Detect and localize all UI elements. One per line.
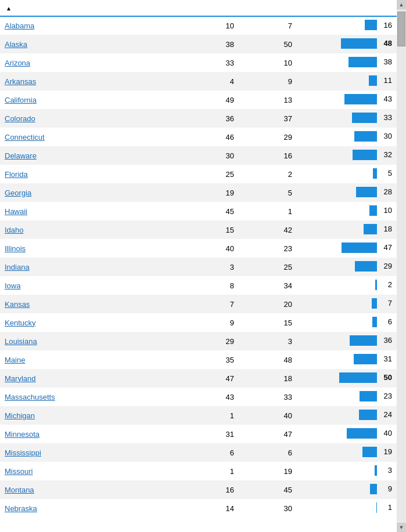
weather-cell: 29 xyxy=(251,128,304,146)
state-cell: Montana xyxy=(0,480,182,499)
table-row: Mississippi 6 6 19 xyxy=(0,443,397,462)
rank-bar-container: 40 xyxy=(347,428,392,439)
state-link[interactable]: Colorado xyxy=(5,114,35,123)
state-cell: Alabama xyxy=(0,16,182,35)
state-link[interactable]: Nebraska xyxy=(5,504,37,513)
rank-bar-container: 18 xyxy=(364,224,392,234)
state-link[interactable]: California xyxy=(5,96,37,104)
state-link[interactable]: Montana xyxy=(5,486,34,494)
weather-header[interactable] xyxy=(251,0,304,16)
state-cell: Florida xyxy=(0,165,182,183)
rank-bar xyxy=(344,94,377,104)
afford-header[interactable] xyxy=(182,0,251,16)
state-link[interactable]: Florida xyxy=(5,170,28,179)
rank-cell: 5 xyxy=(304,165,397,183)
state-cell: Georgia xyxy=(0,183,182,202)
state-link[interactable]: Delaware xyxy=(5,151,37,160)
afford-cell: 16 xyxy=(182,480,251,499)
state-link[interactable]: Louisiana xyxy=(5,337,37,346)
rank-bar-container: 50 xyxy=(339,372,392,383)
rank-cell: 32 xyxy=(304,146,397,165)
state-link[interactable]: Alabama xyxy=(5,21,34,30)
rank-cell: 30 xyxy=(304,128,397,146)
scroll-down-button[interactable]: ▼ xyxy=(397,523,406,532)
rank-number: 7 xyxy=(379,299,392,307)
weather-cell: 30 xyxy=(251,499,304,517)
rank-bar-container: 11 xyxy=(369,75,392,86)
scroll-up-button[interactable]: ▲ xyxy=(397,0,406,9)
table-row: Kentucky 9 15 6 xyxy=(0,313,397,332)
state-link[interactable]: Kentucky xyxy=(5,319,35,327)
rank-cell: 2 xyxy=(304,276,397,295)
rank-cell: 1 xyxy=(304,499,397,517)
table-body: Alabama 10 7 16 Alaska 38 50 48 xyxy=(0,16,397,517)
rank-cell: 28 xyxy=(304,183,397,202)
state-link[interactable]: Iowa xyxy=(5,281,20,290)
state-link[interactable]: Illinois xyxy=(5,244,26,253)
afford-cell: 8 xyxy=(182,276,251,295)
state-link[interactable]: Missouri xyxy=(5,467,33,476)
table-row: Hawaii 45 1 10 xyxy=(0,202,397,220)
state-link[interactable]: Minnesota xyxy=(5,430,39,439)
weather-cell: 45 xyxy=(251,480,304,499)
state-link[interactable]: Hawaii xyxy=(5,207,27,216)
state-cell: Idaho xyxy=(0,220,182,239)
state-link[interactable]: Maine xyxy=(5,356,25,364)
rank-number: 6 xyxy=(379,317,392,326)
scrollbar-thumb[interactable] xyxy=(397,12,405,46)
table-row: Alaska 38 50 48 xyxy=(0,35,397,53)
rank-cell: 38 xyxy=(304,53,397,72)
table-container: ▲ Alabama 10 7 xyxy=(0,0,406,532)
state-link[interactable]: Mississippi xyxy=(5,448,41,457)
rank-cell: 11 xyxy=(304,72,397,91)
rank-cell: 19 xyxy=(304,443,397,462)
state-cell: Indiana xyxy=(0,258,182,276)
rank-number: 30 xyxy=(379,132,392,140)
table-row: Michigan 1 40 24 xyxy=(0,406,397,425)
rank-bar xyxy=(354,354,377,364)
state-link[interactable]: Connecticut xyxy=(5,133,45,142)
rank-bar xyxy=(365,20,377,30)
rank-number: 50 xyxy=(379,373,392,382)
table-row: Nebraska 14 30 1 xyxy=(0,499,397,517)
rank-cell: 7 xyxy=(304,295,397,313)
state-link[interactable]: Georgia xyxy=(5,189,31,197)
state-link[interactable]: Michigan xyxy=(5,411,35,420)
rank-cell: 10 xyxy=(304,202,397,220)
scrollbar-track[interactable] xyxy=(397,9,406,523)
rank-number: 33 xyxy=(379,113,392,122)
state-link[interactable]: Alaska xyxy=(5,40,27,49)
afford-cell: 29 xyxy=(182,332,251,350)
state-header[interactable]: ▲ xyxy=(0,0,182,16)
state-link[interactable]: Arizona xyxy=(5,59,30,67)
table-row: Iowa 8 34 2 xyxy=(0,276,397,295)
weather-cell: 15 xyxy=(251,313,304,332)
afford-cell: 46 xyxy=(182,128,251,146)
rank-number: 1 xyxy=(379,503,392,512)
afford-cell: 36 xyxy=(182,109,251,128)
state-link[interactable]: Arkansas xyxy=(5,77,36,86)
table-row: Louisiana 29 3 36 xyxy=(0,332,397,350)
state-link[interactable]: Indiana xyxy=(5,263,30,272)
rank-bar-container: 47 xyxy=(342,243,392,253)
state-link[interactable]: Maryland xyxy=(5,374,35,383)
table-row: Colorado 36 37 33 xyxy=(0,109,397,128)
table-row: Arizona 33 10 38 xyxy=(0,53,397,72)
weather-cell: 37 xyxy=(251,109,304,128)
state-link[interactable]: Massachusetts xyxy=(5,393,55,401)
afford-cell: 45 xyxy=(182,202,251,220)
weather-cell: 16 xyxy=(251,146,304,165)
afford-cell: 38 xyxy=(182,35,251,53)
state-link[interactable]: Kansas xyxy=(5,300,30,309)
scrollbar[interactable]: ▲ ▼ xyxy=(397,0,406,532)
state-cell: Massachusetts xyxy=(0,388,182,406)
rank-bar xyxy=(347,428,377,439)
rank-number: 43 xyxy=(379,95,392,103)
rank-bar xyxy=(372,298,377,309)
rank-cell: 16 xyxy=(304,16,397,35)
rank-header[interactable] xyxy=(304,0,397,16)
table-row: Maryland 47 18 50 xyxy=(0,369,397,388)
table-row: California 49 13 43 xyxy=(0,91,397,109)
state-link[interactable]: Idaho xyxy=(5,226,24,234)
afford-cell: 7 xyxy=(182,295,251,313)
